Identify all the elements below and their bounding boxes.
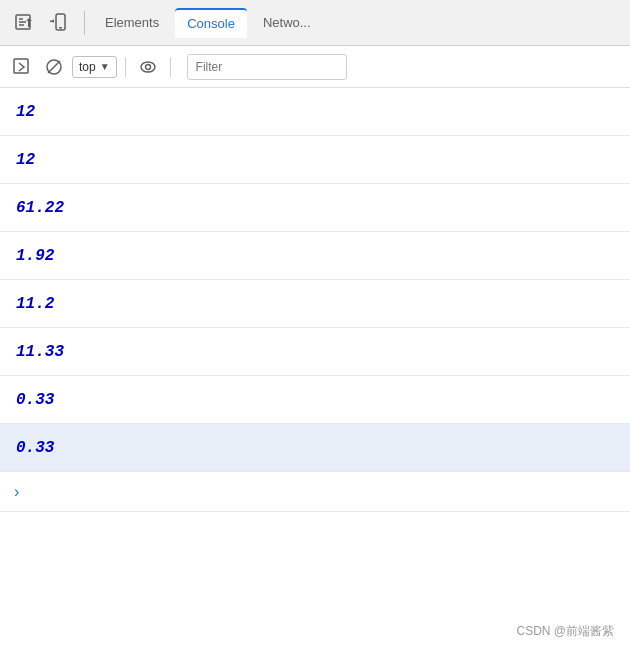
watermark: CSDN @前端酱紫 [516, 623, 614, 640]
context-selector-label: top [79, 60, 96, 74]
console-row: 0.33 [0, 376, 630, 424]
console-value: 12 [16, 151, 35, 169]
console-row: 11.33 [0, 328, 630, 376]
context-selector[interactable]: top ▼ [72, 56, 117, 78]
toolbar-divider-2 [170, 57, 171, 77]
console-value: 11.2 [16, 295, 54, 313]
forward-icon[interactable] [8, 53, 36, 81]
console-value: 0.33 [16, 391, 54, 409]
console-value: 0.33 [16, 439, 54, 457]
console-row-highlighted: 0.33 [0, 424, 630, 472]
svg-point-8 [145, 64, 150, 69]
mobile-icon[interactable] [44, 7, 76, 39]
svg-rect-4 [14, 59, 28, 73]
console-value: 11.33 [16, 343, 64, 361]
tab-bar: Elements Console Netwo... [0, 0, 630, 46]
toolbar: top ▼ [0, 46, 630, 88]
tab-divider-1 [84, 11, 85, 35]
svg-line-6 [48, 61, 60, 73]
tab-elements[interactable]: Elements [93, 9, 171, 36]
svg-rect-2 [59, 27, 62, 29]
tab-console[interactable]: Console [175, 8, 247, 37]
prompt-arrow-icon: › [14, 483, 19, 501]
console-value: 1.92 [16, 247, 54, 265]
console-row: 12 [0, 88, 630, 136]
toolbar-divider [125, 57, 126, 77]
console-row: 61.22 [0, 184, 630, 232]
console-row: 12 [0, 136, 630, 184]
console-row: 1.92 [0, 232, 630, 280]
console-value: 12 [16, 103, 35, 121]
block-icon[interactable] [40, 53, 68, 81]
console-output: 12 12 61.22 1.92 11.2 11.33 0.33 0.33 › [0, 88, 630, 652]
cursor-icon[interactable] [8, 7, 40, 39]
tab-network[interactable]: Netwo... [251, 9, 323, 36]
console-prompt[interactable]: › [0, 472, 630, 512]
svg-point-7 [141, 62, 155, 72]
console-row: 11.2 [0, 280, 630, 328]
eye-icon[interactable] [134, 53, 162, 81]
chevron-down-icon: ▼ [100, 61, 110, 72]
console-value: 61.22 [16, 199, 64, 217]
svg-rect-3 [50, 20, 54, 22]
filter-input[interactable] [187, 54, 347, 80]
